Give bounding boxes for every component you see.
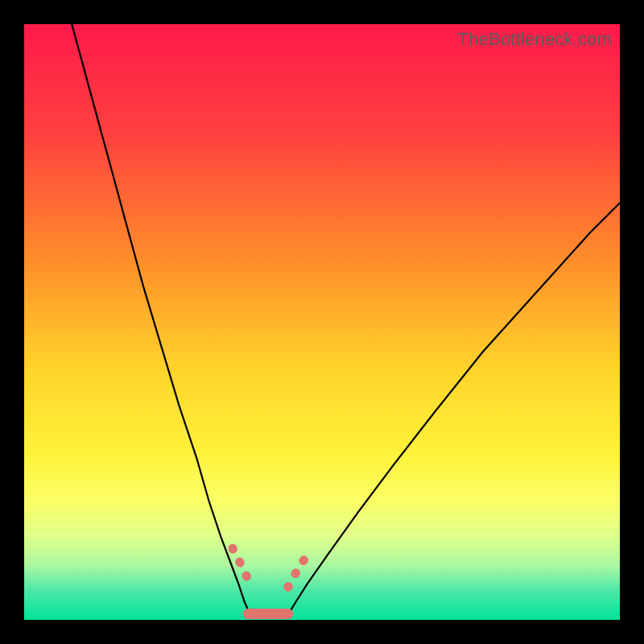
watermark-text: TheBottleneck.com <box>457 29 612 50</box>
series-left-branch <box>72 24 250 613</box>
series-beads-right <box>288 555 308 588</box>
plot-area: TheBottleneck.com <box>24 24 620 620</box>
curves-layer <box>24 24 620 620</box>
series-beads-left <box>233 548 250 584</box>
series-right-branch <box>289 203 620 613</box>
chart-frame: TheBottleneck.com <box>0 0 644 644</box>
